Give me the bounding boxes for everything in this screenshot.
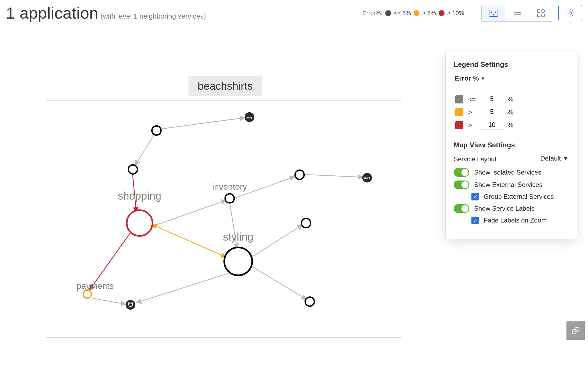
svg-line-23 <box>250 225 303 258</box>
svg-point-3 <box>493 14 494 15</box>
threshold-swatch-mid <box>455 108 463 116</box>
service-map[interactable]: shopping styling inventory payments <box>46 100 401 338</box>
view-map-button[interactable] <box>482 5 505 21</box>
list-view-icon <box>513 10 522 16</box>
service-layout-value: Default <box>540 155 561 162</box>
view-grid-button[interactable] <box>529 5 553 21</box>
grid-view-icon <box>537 9 545 17</box>
view-list-button[interactable] <box>505 5 529 21</box>
svg-line-22 <box>304 175 363 177</box>
page-subtitle: (with level 1 neighboring services) <box>100 12 206 20</box>
node-unlabeled[interactable] <box>128 165 138 174</box>
svg-rect-8 <box>537 10 540 12</box>
svg-point-1 <box>491 11 492 13</box>
node-styling-label: styling <box>223 231 253 243</box>
threshold-op-high: > <box>468 121 476 129</box>
toggle-isolated-services[interactable] <box>454 168 469 177</box>
threshold-row-high: > % <box>455 120 569 130</box>
legend-label: Error%: <box>362 10 383 17</box>
legend-text-mid: > 5% <box>422 10 436 17</box>
svg-point-12 <box>569 12 571 14</box>
node-database[interactable] <box>126 300 135 310</box>
svg-text:aws: aws <box>364 176 370 180</box>
legend-settings-heading: Legend Settings <box>454 60 569 69</box>
gear-icon <box>566 8 575 18</box>
node-payments[interactable]: payments <box>76 281 114 298</box>
svg-rect-9 <box>542 10 544 12</box>
legend-metric-select[interactable]: Error % ▾ <box>454 74 485 84</box>
threshold-row-low: <= % <box>455 95 569 104</box>
application-label: beachshirts <box>188 76 262 96</box>
svg-line-25 <box>136 273 229 303</box>
toggle-service-labels[interactable] <box>454 204 469 213</box>
chevron-down-icon: ▾ <box>564 155 567 162</box>
svg-point-2 <box>495 11 496 13</box>
threshold-input-mid[interactable] <box>481 107 503 117</box>
svg-rect-10 <box>537 14 540 17</box>
checkbox-fade-labels[interactable]: ✓ <box>471 217 479 224</box>
svg-line-17 <box>92 298 126 304</box>
toggle-isolated-label: Show Isolated Services <box>474 169 541 176</box>
svg-point-26 <box>127 210 153 236</box>
node-unlabeled[interactable] <box>295 170 304 179</box>
threshold-input-high[interactable] <box>481 120 503 130</box>
page-title: 1 application <box>6 4 98 22</box>
chevron-down-icon: ▾ <box>482 75 484 81</box>
map-view-icon <box>489 10 498 17</box>
settings-button[interactable] <box>558 5 582 21</box>
node-styling[interactable]: styling <box>223 231 253 275</box>
legend-dot-mid <box>414 10 419 16</box>
node-payments-label: payments <box>76 281 114 291</box>
svg-line-14 <box>135 133 155 165</box>
node-unlabeled[interactable] <box>152 126 161 135</box>
share-link-button[interactable] <box>566 321 585 340</box>
threshold-op-mid: > <box>468 109 476 116</box>
svg-line-13 <box>159 118 245 129</box>
legend-dot-high <box>439 10 444 16</box>
toggle-external-services[interactable] <box>454 180 469 189</box>
svg-point-34 <box>126 300 135 310</box>
legend-metric-value: Error % <box>455 75 479 82</box>
svg-text:aws: aws <box>246 116 253 119</box>
node-external-aws[interactable]: aws <box>245 112 254 122</box>
service-layout-select[interactable]: Default ▾ <box>539 154 569 164</box>
map-view-settings-heading: Map View Settings <box>454 141 569 149</box>
node-inventory-label: inventory <box>212 182 247 192</box>
svg-line-19 <box>152 224 226 257</box>
svg-point-29 <box>83 290 91 298</box>
svg-rect-11 <box>542 14 544 17</box>
threshold-row-mid: > % <box>455 107 569 117</box>
threshold-input-low[interactable] <box>481 95 503 104</box>
toggle-external-label: Show External Services <box>474 181 542 189</box>
node-external-aws[interactable]: aws <box>362 173 372 183</box>
node-shopping-label: shopping <box>118 190 162 202</box>
svg-line-24 <box>250 265 307 299</box>
checkbox-group-external[interactable]: ✓ <box>471 193 479 200</box>
page-title-wrap: 1 application (with level 1 neighboring … <box>6 4 206 22</box>
view-mode-segment <box>481 5 553 22</box>
threshold-swatch-high <box>455 121 463 129</box>
legend-text-high: > 10% <box>447 10 464 17</box>
checkbox-group-external-label: Group External Services <box>484 193 554 200</box>
node-inventory[interactable]: inventory <box>212 182 247 203</box>
service-layout-label: Service Layout <box>454 155 496 163</box>
toggle-labels-label: Show Service Labels <box>474 205 534 212</box>
node-unlabeled[interactable] <box>302 218 311 228</box>
checkbox-fade-labels-label: Fade Labels on Zoom <box>484 217 547 224</box>
error-legend: Error%: <= 5% > 5% > 10% <box>362 10 464 17</box>
threshold-op-low: <= <box>468 96 476 103</box>
threshold-swatch-low <box>455 95 463 103</box>
settings-popover: Legend Settings Error % ▾ <= % > % > % M… <box>445 52 577 239</box>
link-icon <box>571 326 580 335</box>
threshold-unit-low: % <box>508 96 514 103</box>
svg-point-27 <box>224 248 252 276</box>
node-shopping[interactable]: shopping <box>118 190 162 236</box>
legend-dot-low <box>385 10 391 16</box>
legend-text-low: <= 5% <box>394 10 411 17</box>
svg-point-28 <box>225 194 234 203</box>
node-unlabeled[interactable] <box>305 297 314 306</box>
svg-line-18 <box>152 200 226 227</box>
threshold-unit-high: % <box>508 121 514 129</box>
threshold-unit-mid: % <box>508 109 514 116</box>
